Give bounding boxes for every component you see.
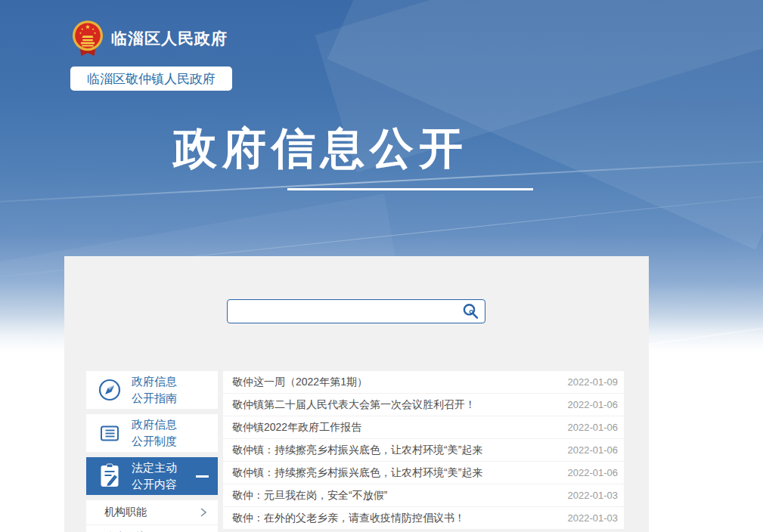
sidebar-submenu: 机构职能 政府会议 xyxy=(86,500,218,532)
compass-icon xyxy=(97,378,123,402)
sidebar-item-disclosure-system[interactable]: 政府信息 公开制度 xyxy=(86,414,218,452)
label-line: 法定主动 xyxy=(132,461,177,474)
sidebar-item-label: 法定主动 公开内容 xyxy=(132,459,177,493)
news-date: 2022-01-06 xyxy=(568,444,619,456)
news-date: 2022-01-03 xyxy=(568,490,619,501)
news-title: 敬仲镇第二十届人民代表大会第一次会议胜利召开！ xyxy=(232,398,476,412)
label-line: 公开指南 xyxy=(132,391,177,404)
news-list: 敬仲这一周（2022年第1期） 2022-01-09 敬仲镇第二十届人民代表大会… xyxy=(223,371,624,530)
label-line: 政府信息 xyxy=(132,375,177,388)
news-row[interactable]: 敬仲镇：持续擦亮乡村振兴底色，让农村环境“美”起来 2022-01-06 xyxy=(223,462,624,484)
search-box xyxy=(227,299,485,323)
town-government-button[interactable]: 临淄区敬仲镇人民政府 xyxy=(70,66,232,91)
news-date: 2022-01-06 xyxy=(568,399,619,410)
clipboard-pen-icon xyxy=(97,463,123,489)
label-line: 政府信息 xyxy=(132,418,177,431)
label-line: 公开内容 xyxy=(132,478,177,490)
page: 临淄区人民政府 临淄区敬仲镇人民政府 政府信息公开 xyxy=(0,0,763,532)
news-row[interactable]: 敬仲：在外的父老乡亲，请查收疫情防控倡议书！ 2022-01-03 xyxy=(223,507,624,530)
news-title: 敬仲镇：持续擦亮乡村振兴底色，让农村环境“美”起来 xyxy=(232,444,482,457)
site-title: 临淄区人民政府 xyxy=(111,28,228,49)
news-date: 2022-01-03 xyxy=(568,512,619,524)
collapse-minus-icon xyxy=(196,475,209,478)
sidebar-item-label: 政府信息 公开制度 xyxy=(132,416,177,450)
news-row[interactable]: 敬仲镇：持续擦亮乡村振兴底色，让农村环境“美”起来 2022-01-06 xyxy=(223,439,624,462)
label-line: 公开制度 xyxy=(132,435,177,447)
news-title: 敬仲：在外的父老乡亲，请查收疫情防控倡议书！ xyxy=(232,512,465,525)
news-date: 2022-01-06 xyxy=(568,422,619,433)
news-row[interactable]: 敬仲镇第二十届人民代表大会第一次会议胜利召开！ 2022-01-06 xyxy=(223,394,624,416)
news-title: 敬仲：元旦我在岗，安全“不放假” xyxy=(232,489,387,503)
news-date: 2022-01-09 xyxy=(568,376,619,388)
news-row[interactable]: 敬仲：元旦我在岗，安全“不放假” 2022-01-03 xyxy=(223,484,624,507)
search-button[interactable] xyxy=(456,300,485,323)
content-card: 政府信息 公开指南 政府信息 公开制度 xyxy=(64,256,649,532)
news-title: 敬仲镇2022年政府工作报告 xyxy=(232,421,361,435)
sidebar-item-disclosure-guide[interactable]: 政府信息 公开指南 xyxy=(86,371,218,409)
news-row[interactable]: 敬仲镇2022年政府工作报告 2022-01-06 xyxy=(223,416,624,439)
search-icon xyxy=(461,302,479,320)
chevron-right-icon xyxy=(200,507,207,518)
news-title: 敬仲这一周（2022年第1期） xyxy=(232,376,368,389)
search-input[interactable] xyxy=(228,300,456,323)
submenu-item-org-functions[interactable]: 机构职能 xyxy=(86,500,218,525)
submenu-item-gov-meetings[interactable]: 政府会议 xyxy=(86,525,218,532)
sidebar-item-label: 政府信息 公开指南 xyxy=(132,373,177,407)
page-title: 政府信息公开 xyxy=(173,119,468,178)
sidebar: 政府信息 公开指南 政府信息 公开制度 xyxy=(86,371,218,532)
national-emblem-icon xyxy=(72,20,104,57)
sidebar-item-statutory-disclosure[interactable]: 法定主动 公开内容 xyxy=(86,457,218,495)
document-list-icon xyxy=(97,422,123,444)
submenu-label: 机构职能 xyxy=(104,506,147,519)
news-row[interactable]: 敬仲这一周（2022年第1期） 2022-01-09 xyxy=(223,371,624,394)
news-title: 敬仲镇：持续擦亮乡村振兴底色，让农村环境“美”起来 xyxy=(232,466,482,480)
title-underline xyxy=(287,188,533,190)
news-date: 2022-01-06 xyxy=(568,467,619,478)
